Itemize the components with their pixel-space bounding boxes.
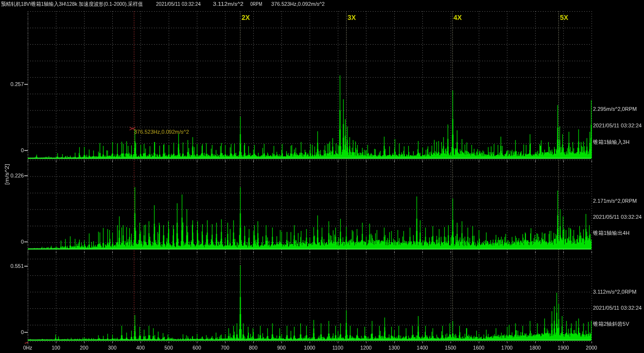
svg-text:1500: 1500 (445, 345, 456, 351)
svg-text:4X: 4X (453, 14, 462, 21)
svg-text:2X: 2X (242, 14, 250, 21)
svg-text:1900: 1900 (557, 345, 569, 351)
svg-text:0: 0 (21, 329, 24, 335)
svg-text:100: 100 (52, 345, 60, 351)
svg-text:700: 700 (221, 345, 229, 351)
svg-text:2.171m/s^2,0RPM: 2.171m/s^2,0RPM (593, 198, 637, 204)
svg-text:2021/05/11 03:32:24: 2021/05/11 03:32:24 (593, 305, 642, 311)
svg-text:锥箱2轴斜齿5V: 锥箱2轴斜齿5V (592, 321, 629, 327)
svg-text:[m/s^2]: [m/s^2] (4, 164, 10, 185)
svg-text:1700: 1700 (501, 345, 513, 351)
svg-text:2021/05/11 03:32:24: 2021/05/11 03:32:24 (593, 214, 642, 220)
svg-text:400: 400 (136, 345, 145, 351)
svg-text:0Hz: 0Hz (23, 345, 33, 351)
svg-text:1300: 1300 (388, 345, 400, 351)
svg-text:2.295m/s^2,0RPM: 2.295m/s^2,0RPM (593, 106, 637, 112)
svg-text:1400: 1400 (417, 345, 428, 351)
svg-text:1600: 1600 (473, 345, 485, 351)
svg-text:200: 200 (80, 345, 88, 351)
svg-text:5X: 5X (560, 14, 569, 21)
svg-text:1800: 1800 (529, 345, 541, 351)
svg-text:1200: 1200 (360, 345, 372, 351)
svg-text:376.523Hz,0.092m/s^2: 376.523Hz,0.092m/s^2 (134, 129, 189, 135)
svg-text:0RPM: 0RPM (250, 1, 262, 7)
svg-text:900: 900 (277, 345, 286, 351)
svg-text:2000: 2000 (586, 345, 597, 351)
svg-text:500: 500 (164, 345, 173, 351)
svg-text:锥箱1轴输入3H: 锥箱1轴输入3H (592, 139, 629, 145)
svg-text:0: 0 (21, 147, 24, 153)
svg-text:2021/05/11 03:32:24: 2021/05/11 03:32:24 (593, 123, 642, 128)
svg-text:3.112m/s^2: 3.112m/s^2 (213, 1, 244, 7)
svg-text:600: 600 (192, 345, 201, 351)
svg-text:3X: 3X (348, 14, 356, 21)
svg-text:1000: 1000 (304, 345, 315, 351)
svg-text:376.523Hz,0.092m/s^2: 376.523Hz,0.092m/s^2 (271, 1, 325, 7)
svg-text:锥箱1轴输出4H: 锥箱1轴输出4H (592, 230, 629, 236)
svg-text:0.257: 0.257 (10, 81, 24, 87)
svg-text:800: 800 (249, 345, 258, 351)
svg-text:0.551: 0.551 (10, 263, 24, 269)
svg-text:0: 0 (21, 239, 24, 245)
svg-text:1100: 1100 (332, 345, 344, 351)
svg-text:0.226: 0.226 (10, 173, 24, 178)
svg-text:3.112m/s^2,0RPM: 3.112m/s^2,0RPM (593, 289, 636, 295)
svg-text:2021/05/11 03:32:24: 2021/05/11 03:32:24 (156, 1, 201, 7)
svg-text:300: 300 (108, 345, 117, 351)
svg-text:预精轧机18V\锥箱1轴输入3H\128k 加速度波形(0.: 预精轧机18V\锥箱1轴输入3H\128k 加速度波形(0.1-2000).采样… (1, 1, 143, 7)
